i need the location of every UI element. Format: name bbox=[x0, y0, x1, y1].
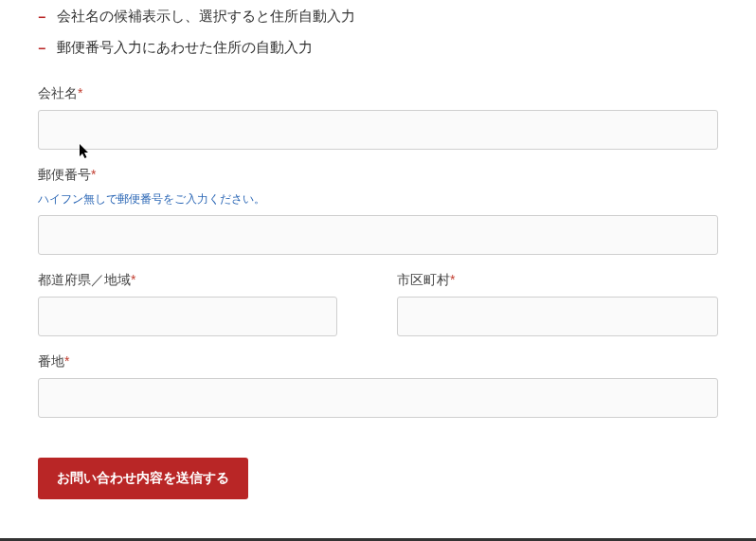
required-mark: * bbox=[64, 353, 69, 369]
street-field-group: 番地* bbox=[38, 353, 718, 418]
dash-icon: − bbox=[38, 9, 45, 25]
city-field-group: 市区町村* bbox=[397, 272, 718, 336]
prefecture-field-group: 都道府県／地域* bbox=[38, 272, 359, 336]
postal-code-help: ハイフン無しで郵便番号をご入力ください。 bbox=[38, 191, 718, 207]
submit-button[interactable]: お問い合わせ内容を送信する bbox=[38, 458, 248, 499]
company-name-field-group: 会社名* bbox=[38, 85, 718, 150]
prefecture-label: 都道府県／地域* bbox=[38, 272, 359, 289]
postal-code-field-group: 郵便番号* ハイフン無しで郵便番号をご入力ください。 bbox=[38, 167, 718, 255]
bullet-text: 会社名の候補表示し、選択すると住所自動入力 bbox=[57, 8, 355, 26]
prefecture-city-row: 都道府県／地域* 市区町村* bbox=[38, 272, 718, 353]
dash-icon: − bbox=[38, 41, 45, 56]
street-input[interactable] bbox=[38, 378, 718, 418]
street-label: 番地* bbox=[38, 353, 718, 370]
feature-bullet-list: − 会社名の候補表示し、選択すると住所自動入力 − 郵便番号入力にあわせた住所の… bbox=[38, 8, 718, 57]
prefecture-input[interactable] bbox=[38, 297, 337, 336]
required-mark: * bbox=[131, 272, 135, 287]
list-item: − 会社名の候補表示し、選択すると住所自動入力 bbox=[38, 8, 718, 26]
required-mark: * bbox=[450, 272, 455, 287]
required-mark: * bbox=[78, 85, 82, 100]
city-input[interactable] bbox=[397, 297, 718, 336]
company-name-input[interactable] bbox=[38, 110, 718, 150]
bullet-text: 郵便番号入力にあわせた住所の自動入力 bbox=[57, 39, 313, 57]
list-item: − 郵便番号入力にあわせた住所の自動入力 bbox=[38, 39, 718, 57]
city-label: 市区町村* bbox=[397, 272, 718, 289]
postal-code-label: 郵便番号* bbox=[38, 167, 718, 184]
required-mark: * bbox=[91, 167, 96, 182]
company-name-label: 会社名* bbox=[38, 85, 718, 102]
postal-code-input[interactable] bbox=[38, 215, 718, 255]
